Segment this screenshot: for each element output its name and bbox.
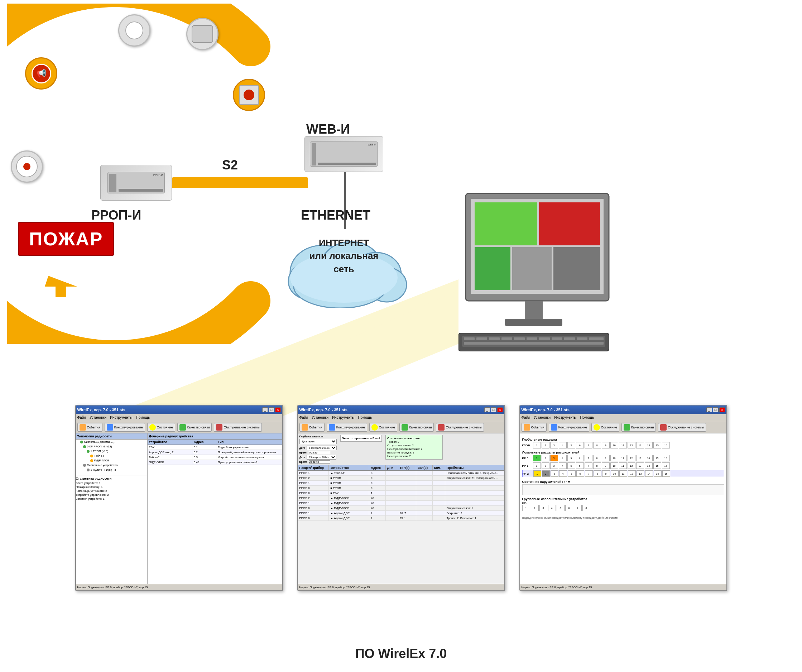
- table-row[interactable]: Табло-Г 0:3 Устройство светового оповеще…: [147, 455, 282, 460]
- date-from-select[interactable]: 1 февраля 2014 г.: [307, 446, 337, 450]
- pp2-cell-4[interactable]: 4: [559, 470, 567, 477]
- pp1-cell-13[interactable]: 13: [636, 462, 644, 469]
- grp-cell-4[interactable]: 4: [548, 505, 556, 511]
- menu-file-1[interactable]: Файл: [78, 415, 86, 420]
- time-to-input[interactable]: [309, 460, 330, 464]
- pp2-cell-12[interactable]: 12: [628, 470, 636, 477]
- pp2-cell-11[interactable]: 11: [619, 470, 627, 477]
- pp0-cell-1[interactable]: 1: [533, 455, 541, 461]
- pp0-cell-3[interactable]: 3: [550, 455, 558, 461]
- pp1-cell-14[interactable]: 14: [645, 462, 653, 469]
- pp2-cell-6[interactable]: 6: [576, 470, 584, 477]
- glob-cell-3[interactable]: 3: [550, 442, 558, 449]
- grp-cell-2[interactable]: 2: [531, 505, 539, 511]
- pp0-cell-16[interactable]: 16: [662, 455, 670, 461]
- grp-cell-6[interactable]: 6: [565, 505, 573, 511]
- tb-state-3[interactable]: Состояние: [592, 423, 619, 431]
- pp0-cell-4[interactable]: 4: [559, 455, 567, 461]
- pp2-cell-1[interactable]: 1: [534, 470, 541, 477]
- pp0-cell-13[interactable]: 13: [636, 455, 644, 461]
- pp1-cell-4[interactable]: 4: [559, 462, 567, 469]
- pp1-cell-10[interactable]: 10: [610, 462, 618, 469]
- close-btn-2[interactable]: ✕: [497, 407, 503, 412]
- pp2-cell-15[interactable]: 15: [654, 470, 661, 477]
- tb-service-1[interactable]: Обслуживание системы: [214, 423, 262, 431]
- pp2-cell-3[interactable]: 3: [551, 470, 558, 477]
- tb-state-1[interactable]: Состояние: [147, 423, 175, 431]
- glob-cell-16[interactable]: 16: [662, 442, 670, 449]
- pp0-cell-11[interactable]: 11: [619, 455, 627, 461]
- pp2-cell-9[interactable]: 9: [602, 470, 610, 477]
- tb-service-2[interactable]: Обслуживание системы: [436, 423, 483, 431]
- pp1-cell-12[interactable]: 12: [627, 462, 635, 469]
- pp2-cell-16[interactable]: 16: [662, 470, 670, 477]
- table-row[interactable]: РРОП 0▲ Авром-ДОР225 /...Тревог: 2; Вскр…: [298, 516, 504, 521]
- pp1-cell-3[interactable]: 3: [550, 462, 558, 469]
- glob-cell-11[interactable]: 11: [619, 442, 627, 449]
- menu-help-2[interactable]: Помощь: [358, 415, 372, 420]
- date-to-select[interactable]: 25 августа 2014 г.: [307, 455, 336, 460]
- table-row[interactable]: ПД(Р-ГЛОБ 0:48 Пульт управления локальны…: [147, 460, 282, 465]
- tb-config-2[interactable]: Конфигурирование: [327, 423, 367, 431]
- glob-cell-8[interactable]: 8: [593, 442, 601, 449]
- glob-cell-1[interactable]: 1: [533, 442, 541, 449]
- grp-cell-1[interactable]: 1: [522, 505, 530, 511]
- pp0-cell-9[interactable]: 9: [602, 455, 610, 461]
- tb-state-2[interactable]: Состояние: [369, 423, 397, 431]
- minimize-btn-3[interactable]: _: [707, 407, 712, 412]
- menu-tools-3[interactable]: Инструменты: [554, 415, 576, 420]
- menu-tools-2[interactable]: Инструменты: [332, 415, 354, 420]
- minimize-btn-1[interactable]: _: [262, 407, 268, 412]
- menu-setup-1[interactable]: Установки: [89, 415, 107, 420]
- menu-file-3[interactable]: Файл: [522, 415, 530, 420]
- pp1-cell-5[interactable]: 5: [568, 462, 575, 469]
- close-btn-3[interactable]: ✕: [719, 407, 725, 412]
- pp0-cell-10[interactable]: 10: [610, 455, 618, 461]
- maximize-btn-3[interactable]: □: [713, 407, 718, 412]
- tb-config-3[interactable]: Конфигурирование: [549, 423, 589, 431]
- glob-cell-9[interactable]: 9: [602, 442, 610, 449]
- grp-cell-3[interactable]: 3: [540, 505, 547, 511]
- tb-events-1[interactable]: События: [78, 423, 102, 431]
- tree-item-sys-dev[interactable]: Системные устройства: [76, 463, 147, 467]
- pp1-cell-2[interactable]: 2: [542, 462, 550, 469]
- time-from-input[interactable]: [309, 451, 330, 454]
- tb-quality-2[interactable]: Качество связи: [399, 423, 434, 431]
- menu-setup-2[interactable]: Установки: [312, 415, 328, 420]
- glob-cell-7[interactable]: 7: [585, 442, 592, 449]
- table-row[interactable]: РРОП 1▲ Табло-Г3Неисправность питания: 1…: [298, 471, 504, 476]
- pp0-cell-7[interactable]: 7: [585, 455, 592, 461]
- tree-item-pd[interactable]: ПД(Р-ГЛОБ: [76, 458, 147, 463]
- menu-setup-3[interactable]: Установки: [534, 415, 551, 420]
- tree-item-rrop0[interactable]: 0 КР РРОП-И (v13): [76, 444, 147, 449]
- tree-item-rrop1[interactable]: 1 РРОП (v13): [76, 449, 147, 454]
- table-row[interactable]: РРОП 2▲ ПД(Р-ГЛОБ48: [298, 496, 504, 501]
- pp1-cell-1[interactable]: 1: [533, 462, 541, 469]
- pp1-cell-16[interactable]: 16: [662, 462, 670, 469]
- grp-cell-7[interactable]: 7: [574, 505, 582, 511]
- pp1-cell-8[interactable]: 8: [593, 462, 601, 469]
- table-row[interactable]: РРОП 1■ РРОП0: [298, 481, 504, 486]
- table-row[interactable]: Авром-ДОР мод. 2 0:2 Пожарный дымовой из…: [147, 450, 282, 455]
- minimize-btn-2[interactable]: _: [484, 407, 490, 412]
- pp1-cell-11[interactable]: 11: [619, 462, 627, 469]
- glob-cell-10[interactable]: 10: [610, 442, 618, 449]
- table-row[interactable]: РРОП 2■ РРОП0Отсутствие связи: 2; Неиспр…: [298, 476, 504, 481]
- tree-item-tablo[interactable]: Табло-Г: [76, 454, 147, 458]
- glob-cell-12[interactable]: 12: [627, 442, 635, 449]
- pp1-cell-7[interactable]: 7: [585, 462, 592, 469]
- tb-service-3[interactable]: Обслуживание системы: [658, 423, 706, 431]
- grp-cell-5[interactable]: 5: [557, 505, 564, 511]
- table-row[interactable]: РРОП 1▲ ПД(Р-ГЛОБ48: [298, 501, 504, 506]
- tree-item-pulse[interactable]: 1 Пульт ПТ-И(П)ТП: [76, 467, 147, 472]
- maximize-btn-1[interactable]: □: [268, 407, 274, 412]
- filter-depth-select[interactable]: Диапазон: [299, 439, 337, 444]
- pp2-cell-10[interactable]: 10: [611, 470, 619, 477]
- pp2-cell-7[interactable]: 7: [585, 470, 593, 477]
- pp0-cell-14[interactable]: 14: [645, 455, 653, 461]
- pp2-cell-13[interactable]: 13: [637, 470, 644, 477]
- tb-events-2[interactable]: События: [299, 423, 325, 431]
- table-row[interactable]: РРОП 1▲ Авром-ДОР226..7...Вскрытие: 1: [298, 511, 504, 516]
- glob-cell-5[interactable]: 5: [568, 442, 575, 449]
- pp2-cell-2[interactable]: 2: [542, 470, 550, 477]
